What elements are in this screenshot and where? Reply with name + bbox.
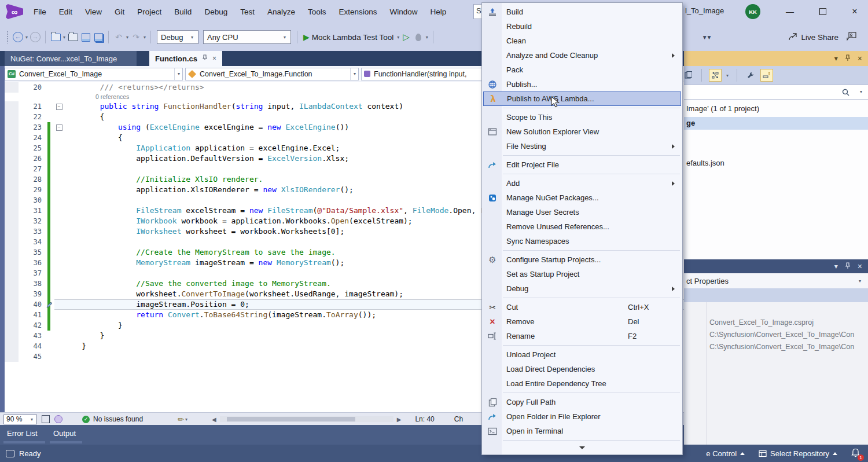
- navigate-back-button[interactable]: ←: [12, 31, 24, 43]
- navigate-forward-button[interactable]: →: [30, 31, 41, 43]
- code-cleanup-icon[interactable]: ✏: [178, 415, 184, 424]
- solution-node[interactable]: Image' (1 of 1 project): [686, 104, 759, 113]
- properties-object-dropdown[interactable]: ct Properties▾: [684, 273, 868, 288]
- toolbar-overflow-button[interactable]: ▼▼: [702, 34, 711, 41]
- tab-output[interactable]: Output: [53, 429, 76, 438]
- menu-item-pack[interactable]: Pack: [483, 63, 681, 77]
- menu-item-cut[interactable]: ✂CutCtrl+X: [483, 300, 681, 314]
- file-node-defaults-json[interactable]: efaults.json: [686, 159, 724, 167]
- start-without-debug-icon[interactable]: ▷: [403, 32, 410, 42]
- close-tab-icon[interactable]: ×: [212, 54, 216, 63]
- live-share-button[interactable]: Live Share: [788, 32, 838, 42]
- horizontal-scrollbar[interactable]: [220, 416, 393, 422]
- properties-wrench-icon[interactable]: [744, 69, 757, 82]
- new-project-button[interactable]: [50, 31, 61, 43]
- platform-dropdown[interactable]: Any CPU▾: [203, 30, 291, 44]
- menu-item-rename[interactable]: RenameF2: [483, 329, 681, 343]
- menu-test[interactable]: Test: [234, 5, 260, 19]
- new-project-dropdown[interactable]: ▾: [63, 35, 65, 40]
- sync-with-active-document-button[interactable]: [709, 69, 722, 82]
- sync-dropdown[interactable]: ▾: [726, 73, 729, 78]
- menu-item-open-in-terminal[interactable]: Open in Terminal: [483, 424, 681, 438]
- close-button[interactable]: ×: [846, 6, 863, 17]
- feedback-button[interactable]: [847, 32, 856, 43]
- menu-help[interactable]: Help: [425, 5, 453, 19]
- menu-item-publish-to-aws-lambda[interactable]: λPublish to AWS Lambda...: [483, 91, 681, 106]
- undo-button[interactable]: ↶: [113, 31, 124, 43]
- menu-window[interactable]: Window: [384, 5, 424, 19]
- menu-item-manage-nuget-packages[interactable]: Manage NuGet Packages...: [483, 190, 681, 205]
- close-icon[interactable]: ×: [858, 262, 862, 271]
- menu-debug[interactable]: Debug: [198, 5, 233, 19]
- menu-extensions[interactable]: Extensions: [333, 5, 383, 19]
- zoom-dropdown[interactable]: 90 %▾: [3, 415, 37, 424]
- menu-item-load-direct-dependencies[interactable]: Load Direct Dependencies: [483, 362, 681, 376]
- redo-dropdown[interactable]: ▾: [144, 35, 146, 40]
- pin-icon[interactable]: [845, 54, 851, 63]
- solution-explorer-tree[interactable]: Image' (1 of 1 project) ge efaults.json: [684, 100, 868, 259]
- track-changes-icon[interactable]: [42, 415, 50, 423]
- menu-view[interactable]: View: [79, 5, 108, 19]
- pin-icon[interactable]: [845, 262, 851, 271]
- window-position-menu-icon[interactable]: ▾: [834, 262, 838, 270]
- menu-item-manage-user-secrets[interactable]: Manage User Secrets: [483, 205, 681, 219]
- run-profile-label[interactable]: Mock Lambda Test Tool: [312, 33, 393, 42]
- minimize-button[interactable]: —: [781, 6, 799, 17]
- menu-item-unload-project[interactable]: Unload Project: [483, 347, 681, 362]
- scroll-right-arrow[interactable]: ▶: [397, 416, 402, 423]
- scroll-left-arrow[interactable]: ◀: [212, 416, 216, 423]
- feedback-bubble-icon[interactable]: [6, 450, 14, 457]
- menu-tools[interactable]: Tools: [302, 5, 332, 19]
- add-to-source-control-button[interactable]: e Control: [706, 449, 745, 458]
- fold-collapse-icon[interactable]: −: [54, 122, 64, 133]
- tab-error-list[interactable]: Error List: [7, 429, 38, 438]
- show-all-files-button[interactable]: [760, 69, 773, 82]
- run-profile-dropdown[interactable]: ▾: [397, 35, 399, 40]
- solution-explorer-search[interactable]: ▾: [684, 85, 868, 100]
- tab-function-cs[interactable]: Function.cs ×: [149, 51, 222, 66]
- menu-item-remove-unused-references[interactable]: Remove Unused References...: [483, 219, 681, 234]
- toolbar-grip[interactable]: [6, 31, 9, 43]
- properties-title-bar[interactable]: ▾ ×: [684, 259, 868, 273]
- configuration-dropdown[interactable]: Debug▾: [157, 30, 198, 44]
- notifications-button[interactable]: 1: [851, 448, 860, 459]
- menu-item-file-nesting[interactable]: File Nesting: [483, 139, 681, 153]
- tab-nuget[interactable]: NuGet: Conver...xcel_To_Image: [5, 51, 137, 66]
- menu-edit[interactable]: Edit: [53, 5, 78, 19]
- solution-explorer-title-bar[interactable]: ▾ ×: [684, 51, 868, 66]
- navigate-back-dropdown[interactable]: ▾: [25, 35, 28, 40]
- intellicode-icon[interactable]: [54, 415, 62, 423]
- avatar[interactable]: KK: [745, 4, 760, 19]
- issues-status[interactable]: No issues found: [93, 415, 143, 423]
- menu-item-analyze-and-code-cleanup[interactable]: Analyze and Code Cleanup: [483, 48, 681, 63]
- close-icon[interactable]: ×: [858, 54, 862, 63]
- menu-item-remove[interactable]: ×RemoveDel: [483, 314, 681, 329]
- scrollbar-thumb[interactable]: [227, 417, 355, 421]
- menu-item-add[interactable]: Add: [483, 176, 681, 190]
- pin-tab-icon[interactable]: [202, 54, 208, 63]
- menu-item-build[interactable]: Build: [483, 5, 681, 19]
- project-dropdown[interactable]: C# Convert_Excel_To_Image▾: [5, 68, 183, 80]
- menu-project[interactable]: Project: [131, 5, 167, 19]
- select-repository-button[interactable]: Select Repository: [759, 449, 837, 458]
- menu-item-edit-project-file[interactable]: Edit Project File: [483, 157, 681, 172]
- menu-item-open-folder-in-file-explorer[interactable]: Open Folder in File Explorer: [483, 409, 681, 424]
- code-cleanup-dropdown[interactable]: ▾: [185, 417, 187, 422]
- menu-item-scope-to-this[interactable]: Scope to This: [483, 110, 681, 124]
- undo-dropdown[interactable]: ▾: [126, 35, 128, 40]
- hot-reload-icon[interactable]: [413, 31, 424, 43]
- menu-scroll-down-button[interactable]: [482, 442, 682, 453]
- menu-item-rebuild[interactable]: Rebuild: [483, 19, 681, 34]
- menu-item-set-as-startup-project[interactable]: Set as Startup Project: [483, 267, 681, 281]
- menu-item-load-entire-dependency-tree[interactable]: Load Entire Dependency Tree: [483, 376, 681, 391]
- save-all-button[interactable]: [93, 31, 104, 43]
- menu-file[interactable]: File: [28, 5, 52, 19]
- redo-button[interactable]: ↷: [130, 31, 142, 43]
- start-debug-icon[interactable]: ▶: [303, 32, 310, 42]
- menu-analyze[interactable]: Analyze: [262, 5, 301, 19]
- save-button[interactable]: [80, 31, 91, 43]
- selected-project-node[interactable]: ge: [684, 117, 868, 130]
- menu-build[interactable]: Build: [168, 5, 197, 19]
- restore-button[interactable]: [814, 6, 832, 17]
- menu-item-new-solution-explorer-view[interactable]: New Solution Explorer View: [483, 124, 681, 139]
